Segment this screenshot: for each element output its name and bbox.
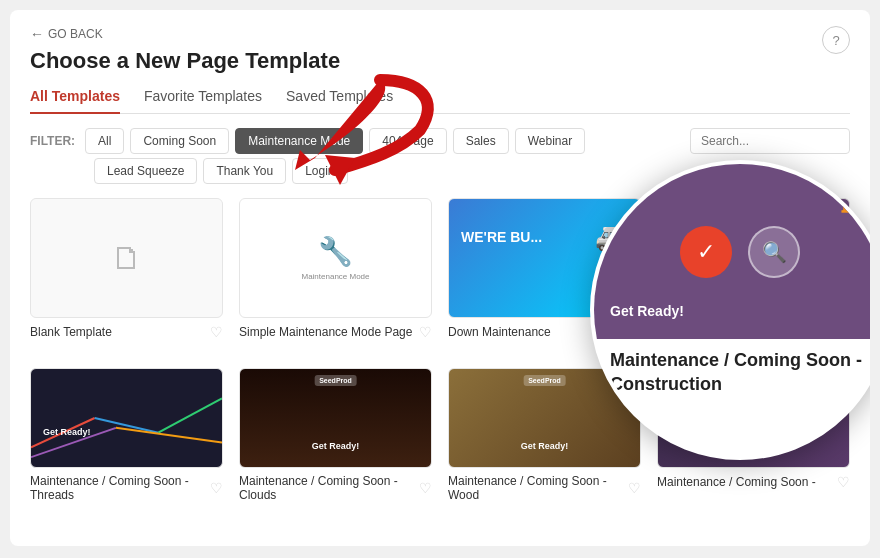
wood-name: Maintenance / Coming Soon - Wood ♡ bbox=[448, 474, 641, 502]
clouds-get-ready: Get Ready! bbox=[312, 441, 360, 451]
svg-line-2 bbox=[158, 398, 222, 432]
magnify-icon: 🔍 bbox=[762, 240, 787, 264]
svg-line-1 bbox=[95, 418, 159, 433]
favorite-icon-simple-maint[interactable]: ♡ bbox=[419, 324, 432, 340]
filter-btn-404[interactable]: 404 Page bbox=[369, 128, 446, 154]
seedprod-badge-wood: SeedProd bbox=[523, 375, 566, 386]
threads-thumb: Get Ready! bbox=[30, 368, 223, 468]
tab-saved-templates[interactable]: Saved Templates bbox=[286, 88, 393, 114]
spotlight-buildings-icon: 🏗️ bbox=[833, 172, 870, 214]
spotlight-check-button[interactable]: ✓ bbox=[680, 226, 732, 278]
filter-btn-sales[interactable]: Sales bbox=[453, 128, 509, 154]
blank-template-name: Blank Template ♡ bbox=[30, 324, 223, 340]
go-back-link[interactable]: ← GO BACK bbox=[30, 26, 850, 42]
search-input[interactable] bbox=[690, 128, 850, 154]
filter-btn-coming-soon[interactable]: Coming Soon bbox=[130, 128, 229, 154]
filter-row: FILTER: All Coming Soon Maintenance Mode… bbox=[30, 128, 850, 154]
clouds-thumb: SeedProd Get Ready! bbox=[239, 368, 432, 468]
simple-maint-name: Simple Maintenance Mode Page ♡ bbox=[239, 324, 432, 340]
template-card-threads[interactable]: Get Ready! Maintenance / Coming Soon - T… bbox=[30, 368, 223, 502]
blank-thumb: 🗋 bbox=[30, 198, 223, 318]
simple-maint-thumb: 🔧 Maintenance Mode bbox=[239, 198, 432, 318]
favorite-icon-wood[interactable]: ♡ bbox=[628, 480, 641, 496]
favorite-icon-construction2[interactable]: ♡ bbox=[837, 474, 850, 490]
template-card-simple-maint[interactable]: 🔧 Maintenance Mode Simple Maintenance Mo… bbox=[239, 198, 432, 352]
wrench-icon: 🔧 bbox=[318, 235, 353, 268]
spotlight-thumb: 🏗️ Get Ready! ✓ 🔍 bbox=[594, 164, 870, 339]
spotlight-action-icons: ✓ 🔍 bbox=[680, 226, 800, 278]
spotlight-inner: 🏗️ Get Ready! ✓ 🔍 Maintenance / Coming S… bbox=[594, 164, 870, 456]
spotlight-title: Maintenance / Coming Soon - Construction bbox=[594, 339, 870, 402]
go-back-label: GO BACK bbox=[48, 27, 103, 41]
help-button[interactable]: ? bbox=[822, 26, 850, 54]
favorite-icon-threads[interactable]: ♡ bbox=[210, 480, 223, 496]
check-icon: ✓ bbox=[697, 239, 715, 265]
filter-btn-lead-squeeze[interactable]: Lead Squeeze bbox=[94, 158, 197, 184]
tab-all-templates[interactable]: All Templates bbox=[30, 88, 120, 114]
seedprod-badge-clouds: SeedProd bbox=[314, 375, 357, 386]
spotlight-overlay: 🏗️ Get Ready! ✓ 🔍 Maintenance / Coming S… bbox=[590, 160, 870, 460]
blank-page-icon: 🗋 bbox=[111, 240, 143, 277]
filter-label: FILTER: bbox=[30, 134, 75, 148]
template-card-clouds[interactable]: SeedProd Get Ready! Maintenance / Coming… bbox=[239, 368, 432, 502]
page-title: Choose a New Page Template bbox=[30, 48, 850, 74]
template-tabs: All Templates Favorite Templates Saved T… bbox=[30, 88, 850, 114]
filter-btn-webinar[interactable]: Webinar bbox=[515, 128, 585, 154]
favorite-icon-clouds[interactable]: ♡ bbox=[419, 480, 432, 496]
spotlight-get-ready: Get Ready! bbox=[610, 303, 684, 319]
clouds-name: Maintenance / Coming Soon - Clouds ♡ bbox=[239, 474, 432, 502]
svg-line-4 bbox=[116, 428, 222, 443]
we-build-text: WE'RE BU... bbox=[461, 229, 542, 245]
favorite-icon-blank[interactable]: ♡ bbox=[210, 324, 223, 340]
threads-get-ready-text: Get Ready! bbox=[43, 427, 91, 437]
maint-thumb-text: Maintenance Mode bbox=[301, 272, 369, 281]
help-icon: ? bbox=[832, 33, 839, 48]
wood-get-ready: Get Ready! bbox=[521, 441, 569, 451]
spotlight-search-button[interactable]: 🔍 bbox=[748, 226, 800, 278]
construction2-name: Maintenance / Coming Soon - ♡ bbox=[657, 474, 850, 490]
tab-favorite-templates[interactable]: Favorite Templates bbox=[144, 88, 262, 114]
filter-btn-login[interactable]: Login bbox=[292, 158, 347, 184]
threads-name: Maintenance / Coming Soon - Threads ♡ bbox=[30, 474, 223, 502]
back-arrow-icon: ← bbox=[30, 26, 44, 42]
filter-btn-all[interactable]: All bbox=[85, 128, 124, 154]
filter-btn-maintenance[interactable]: Maintenance Mode bbox=[235, 128, 363, 154]
filter-btn-thank-you[interactable]: Thank You bbox=[203, 158, 286, 184]
template-card-blank[interactable]: 🗋 Blank Template ♡ bbox=[30, 198, 223, 352]
